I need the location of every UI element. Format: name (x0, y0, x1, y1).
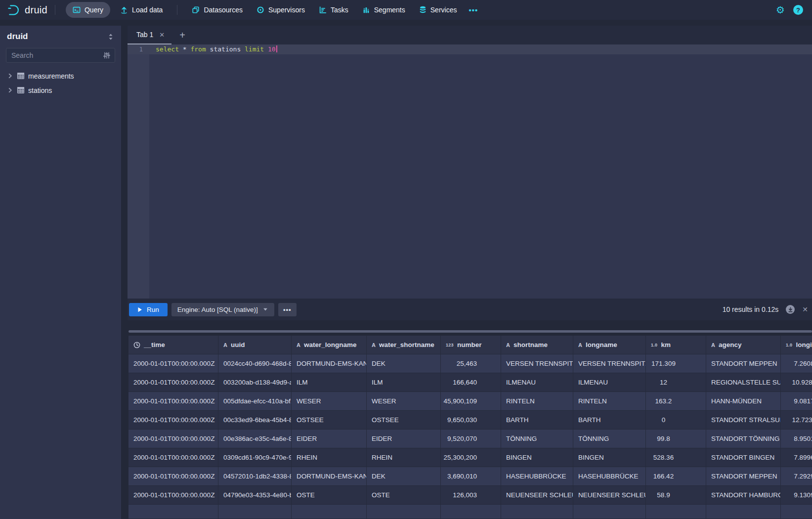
column-header-longname[interactable]: Alongname (573, 336, 646, 354)
table-cell-number[interactable]: 45,900,109 (441, 392, 501, 411)
table-cell-agency[interactable]: STANDORT MEPPEN (706, 354, 781, 373)
sidebar-item-measurements[interactable]: measurements (6, 69, 115, 83)
table-cell-water_shortname[interactable]: DEK (367, 354, 441, 373)
table-cell-km[interactable]: 12 (646, 373, 706, 392)
tab-close-icon[interactable]: ✕ (159, 31, 165, 39)
table-cell-water_longname[interactable]: EIDER (292, 430, 367, 448)
table-cell-longname[interactable]: VERSEN TRENNSPITZE (573, 354, 646, 373)
table-cell-longname[interactable]: TÖNNING (573, 430, 646, 448)
table-cell-km[interactable]: 163.2 (646, 392, 706, 411)
table-cell-uuid[interactable]: 00c33ed9-6bea-45b4-87 (218, 411, 292, 430)
column-header-number[interactable]: 123number (441, 336, 501, 354)
table-cell-uuid[interactable]: 0024cc40-d690-468d-84 (218, 354, 292, 373)
table-cell-shortname[interactable]: NEUENSEER SCHLEUSEN (501, 486, 573, 505)
table-cell-shortname[interactable]: VERSEN TRENNSPITZE (501, 354, 573, 373)
table-cell-empty[interactable] (501, 505, 573, 519)
table-cell-longname[interactable]: RINTELN (573, 392, 646, 411)
nav-query[interactable]: Query (66, 2, 110, 18)
table-cell-longitude[interactable]: 7.260856 (781, 354, 812, 373)
table-cell-number[interactable]: 126,003 (441, 486, 501, 505)
table-cell-number[interactable]: 25,300,200 (441, 448, 501, 467)
tab-1[interactable]: Tab 1 ✕ (128, 26, 171, 44)
table-cell-empty[interactable] (646, 505, 706, 519)
table-cell-longname[interactable]: NEUENSEER SCHLEUSEN (573, 486, 646, 505)
table-cell-km[interactable]: 528.36 (646, 448, 706, 467)
table-cell-shortname[interactable]: BINGEN (501, 448, 573, 467)
table-cell-water_shortname[interactable]: OSTE (367, 486, 441, 505)
table-cell-water_shortname[interactable]: OSTSEE (367, 411, 441, 430)
table-cell-water_shortname[interactable]: DEK (367, 467, 441, 486)
table-cell-uuid[interactable]: 00e386ac-e35c-4a6e-80 (218, 430, 292, 448)
table-cell-km[interactable]: 58.9 (646, 486, 706, 505)
table-cell-uuid[interactable]: 003200ab-d138-49d9-aa (218, 373, 292, 392)
table-cell-empty[interactable] (573, 505, 646, 519)
column-header-water_shortname[interactable]: Awater_shortname (367, 336, 441, 354)
table-cell-shortname[interactable]: TÖNNING (501, 430, 573, 448)
run-button[interactable]: Run (129, 303, 168, 316)
table-cell-number[interactable]: 25,463 (441, 354, 501, 373)
table-cell-__time[interactable]: 2000-01-01T00:00:00.000Z (128, 354, 218, 373)
close-results-icon[interactable]: ✕ (802, 305, 808, 313)
table-cell-longitude[interactable]: 7.899667 (781, 448, 812, 467)
nav-segments[interactable]: Segments (355, 0, 412, 20)
table-cell-longname[interactable]: BINGEN (573, 448, 646, 467)
table-cell-agency[interactable]: STANDORT MEPPEN (706, 467, 781, 486)
horizontal-scrollbar[interactable] (128, 330, 812, 333)
table-cell-agency[interactable]: STANDORT STRALSUND (706, 411, 781, 430)
table-cell-water_longname[interactable]: OSTE (292, 486, 367, 505)
table-cell-__time[interactable]: 2000-01-01T00:00:00.000Z (128, 373, 218, 392)
help-icon[interactable]: ? (793, 5, 803, 15)
table-cell-longitude[interactable]: 9.130902 (781, 486, 812, 505)
table-cell-empty[interactable] (706, 505, 781, 519)
table-cell-water_longname[interactable]: WESER (292, 392, 367, 411)
table-cell-__time[interactable]: 2000-01-01T00:00:00.000Z (128, 430, 218, 448)
nav-supervisors[interactable]: Supervisors (250, 0, 312, 20)
table-cell-uuid[interactable]: 005dfdae-efcc-410a-bf1 (218, 392, 292, 411)
table-cell-uuid[interactable]: 04572010-1db2-4338-85 (218, 467, 292, 486)
table-cell-water_shortname[interactable]: RHEIN (367, 448, 441, 467)
engine-select-button[interactable]: Engine: Auto [SQL (native)] (171, 303, 274, 316)
table-cell-__time[interactable]: 2000-01-01T00:00:00.000Z (128, 486, 218, 505)
sidebar-item-stations[interactable]: stations (6, 83, 115, 97)
add-tab-button[interactable]: + (171, 30, 193, 41)
table-cell-__time[interactable]: 2000-01-01T00:00:00.000Z (128, 411, 218, 430)
table-cell-empty[interactable] (441, 505, 501, 519)
table-cell-longitude[interactable]: 7.292912 (781, 467, 812, 486)
table-cell-longitude[interactable]: 9.081704 (781, 392, 812, 411)
table-cell-water_longname[interactable]: OSTSEE (292, 411, 367, 430)
table-cell-water_shortname[interactable]: WESER (367, 392, 441, 411)
table-cell-agency[interactable]: HANN-MÜNDEN (706, 392, 781, 411)
table-cell-empty[interactable] (218, 505, 292, 519)
table-cell-number[interactable]: 9,520,070 (441, 430, 501, 448)
table-cell-number[interactable]: 3,690,010 (441, 467, 501, 486)
table-cell-km[interactable]: 0 (646, 411, 706, 430)
table-cell-agency[interactable]: STANDORT HAMBURG (706, 486, 781, 505)
table-cell-__time[interactable]: 2000-01-01T00:00:00.000Z (128, 392, 218, 411)
table-cell-shortname[interactable]: BARTH (501, 411, 573, 430)
column-header-agency[interactable]: Aagency (706, 336, 781, 354)
table-cell-uuid[interactable]: 04790e03-4353-4e80-be (218, 486, 292, 505)
query-editor[interactable]: 1 select * from stations limit 10 (128, 44, 812, 299)
table-cell-empty[interactable] (292, 505, 367, 519)
search-input[interactable] (11, 51, 103, 59)
gear-icon[interactable]: ⚙ (776, 5, 785, 15)
brand[interactable]: druid (7, 3, 47, 17)
table-cell-empty[interactable] (781, 505, 812, 519)
column-header-uuid[interactable]: Auuid (218, 336, 292, 354)
table-cell-shortname[interactable]: RINTELN (501, 392, 573, 411)
table-cell-uuid[interactable]: 0309cd61-90c9-470e-99 (218, 448, 292, 467)
table-cell-number[interactable]: 166,640 (441, 373, 501, 392)
column-header-longitude[interactable]: 1.0longitude (781, 336, 812, 354)
query-more-button[interactable]: ••• (278, 303, 297, 316)
table-cell-empty[interactable] (128, 505, 218, 519)
table-cell-empty[interactable] (367, 505, 441, 519)
table-cell-agency[interactable]: STANDORT BINGEN (706, 448, 781, 467)
table-cell-number[interactable]: 9,650,030 (441, 411, 501, 430)
table-cell-water_shortname[interactable]: EIDER (367, 430, 441, 448)
table-cell-km[interactable]: 171.309 (646, 354, 706, 373)
table-cell-shortname[interactable]: ILMENAU (501, 373, 573, 392)
editor-empty-area[interactable] (128, 54, 812, 299)
table-cell-water_longname[interactable]: ILM (292, 373, 367, 392)
nav-datasources[interactable]: Datasources (185, 0, 250, 20)
table-cell-longname[interactable]: ILMENAU (573, 373, 646, 392)
